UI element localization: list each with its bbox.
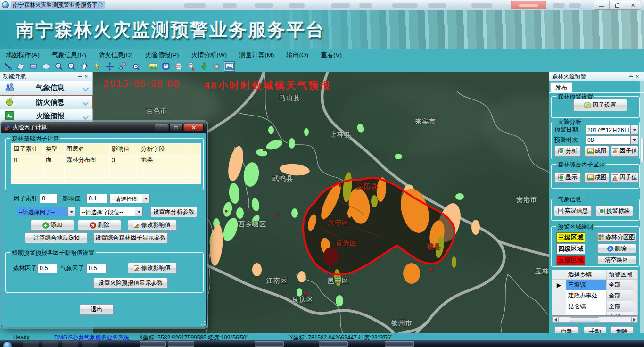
menu-item-火情分析(W)[interactable]: 火情分析(W) bbox=[191, 51, 227, 59]
titlebar-icon-blur[interactable] bbox=[569, 3, 581, 8]
cell-area-dropdown[interactable]: 全部 bbox=[607, 301, 633, 312]
titlebar-tab-blur[interactable] bbox=[471, 3, 492, 8]
titlebar-red-button[interactable] bbox=[511, 1, 546, 9]
table-row-partial[interactable]: 全部 bbox=[552, 312, 638, 316]
dialog-close-button[interactable]: ✕ bbox=[184, 124, 204, 131]
factor-values-button[interactable]: 因子值 bbox=[611, 146, 638, 157]
titlebar-tab-blur[interactable] bbox=[184, 3, 206, 8]
print-export-icon[interactable] bbox=[186, 62, 196, 71]
dialog-maximize-button[interactable]: □ bbox=[169, 124, 183, 131]
layer-select-combo[interactable]: --请选择图 bbox=[109, 194, 150, 203]
line-tool-icon[interactable] bbox=[3, 62, 13, 71]
table-vscroll[interactable] bbox=[633, 290, 638, 301]
township-table-hscrollbar[interactable] bbox=[552, 316, 638, 323]
display-params-button[interactable]: 设置综合森林因子显示参数 bbox=[93, 232, 168, 243]
make-map-button2[interactable]: 成图 bbox=[585, 172, 609, 183]
titlebar-tab-blur[interactable] bbox=[289, 3, 305, 8]
panel-vscrollbar[interactable] bbox=[640, 81, 644, 333]
taskbar-app[interactable] bbox=[255, 341, 284, 347]
warning-date-combo[interactable]: 2017年12月26日 bbox=[586, 125, 638, 134]
taskbar-icon[interactable] bbox=[82, 341, 98, 347]
menu-item-防火信息(D)[interactable]: 防火信息(D) bbox=[99, 51, 133, 59]
cell-area-dropdown[interactable]: 全部 bbox=[607, 290, 633, 301]
delete-button[interactable]: 删除 bbox=[78, 220, 121, 231]
menu-item-查看(V)[interactable]: 查看(V) bbox=[321, 51, 342, 59]
calc-grid-button[interactable]: 计算综合地质Grid bbox=[25, 232, 88, 243]
close-icon[interactable]: × bbox=[634, 73, 641, 80]
modify-impact-button2[interactable]: 修改影响值 bbox=[128, 263, 177, 273]
titlebar-tab-blur[interactable] bbox=[428, 3, 446, 8]
download-arrow-icon[interactable] bbox=[199, 62, 209, 71]
manual-button[interactable]: 手动 bbox=[584, 326, 606, 333]
zoom-window-icon[interactable] bbox=[130, 62, 140, 71]
area-params-button[interactable]: 设置面分析参数 bbox=[150, 207, 197, 217]
menu-item-气象信息(R)[interactable]: 气象信息(R) bbox=[52, 51, 86, 59]
titlebar-tab-blur[interactable] bbox=[223, 3, 237, 8]
rectangle-tool-icon[interactable] bbox=[28, 62, 38, 71]
impact-input[interactable]: 0.1 bbox=[86, 194, 107, 203]
menu-item-测量计算(M)[interactable]: 测量计算(M) bbox=[239, 51, 274, 59]
taskbar-app[interactable] bbox=[168, 341, 194, 347]
minimize-button[interactable]: — bbox=[594, 1, 610, 9]
factor-settings-button[interactable]: 因子设置 bbox=[573, 99, 627, 111]
full-extent-icon[interactable] bbox=[105, 62, 115, 71]
menu-item-输出(O)[interactable]: 输出(O) bbox=[286, 51, 308, 59]
nav-item-weather[interactable]: 气象信息 bbox=[0, 81, 93, 95]
exit-button[interactable]: 退出 bbox=[80, 304, 114, 315]
table-row[interactable]: 昆仑镇 全部 bbox=[552, 301, 638, 312]
close-button[interactable]: ✕ bbox=[625, 1, 641, 9]
pin-icon[interactable] bbox=[627, 73, 634, 80]
table-vscroll[interactable] bbox=[633, 312, 638, 316]
warning-time-combo[interactable]: 08 bbox=[586, 135, 638, 145]
select-arrow-icon[interactable] bbox=[92, 62, 102, 71]
taskbar-app[interactable] bbox=[140, 341, 166, 347]
fire-display-params-button[interactable]: 设置火险预报值显示参数 bbox=[93, 278, 168, 289]
resize-grip[interactable] bbox=[200, 321, 205, 325]
factor-table[interactable]: 因子索引 类型 图层名 影响值 分析字段 0面 森林分布图3 地类 bbox=[11, 143, 201, 184]
taskbar-icon[interactable] bbox=[23, 341, 39, 347]
cell-township[interactable]: 建政办事处 bbox=[566, 290, 607, 301]
delete-button[interactable]: 删除 bbox=[610, 326, 634, 333]
taskbar-app[interactable] bbox=[319, 341, 348, 347]
close-icon[interactable]: × bbox=[83, 73, 90, 80]
field-select-combo[interactable]: --请选择字段值-- bbox=[80, 207, 143, 216]
titlebar-tab-blur[interactable] bbox=[331, 3, 350, 8]
printer-icon[interactable] bbox=[173, 62, 183, 71]
layer-view-icon[interactable] bbox=[161, 62, 171, 71]
factor-select-combo[interactable]: --请选择因子-- bbox=[17, 207, 75, 216]
warning-plot-button[interactable]: 预警标绘 bbox=[595, 206, 633, 216]
delete-zone-button[interactable]: 删除 bbox=[597, 244, 636, 253]
scroll-thumb[interactable] bbox=[570, 317, 599, 322]
titlebar-tab-blur[interactable] bbox=[255, 3, 273, 8]
ellipse-tool-icon[interactable] bbox=[41, 62, 51, 71]
cell-township[interactable] bbox=[566, 312, 607, 316]
taskbar-icon[interactable] bbox=[42, 341, 58, 347]
nav-item-fire-prevention[interactable]: 防火信息 bbox=[0, 95, 93, 109]
dialog-minimize-button[interactable]: — bbox=[155, 124, 168, 131]
pin-icon[interactable] bbox=[76, 73, 83, 80]
dialog-titlebar[interactable]: 火险因子计算 — □ ✕ bbox=[1, 122, 206, 133]
titlebar-tab-blur[interactable] bbox=[359, 3, 372, 8]
forest-partition-button[interactable]: 森林分区图 bbox=[597, 232, 636, 242]
titlebar-tab-blur[interactable] bbox=[392, 3, 418, 8]
map-picture-icon[interactable] bbox=[148, 62, 158, 71]
menu-item-火险预报(P)[interactable]: 火险预报(P) bbox=[145, 51, 179, 59]
polygon-tool-icon[interactable] bbox=[16, 62, 25, 71]
zone-level5-chip[interactable]: 五级区域 bbox=[556, 255, 585, 265]
show-button[interactable]: 显示 bbox=[554, 172, 581, 183]
titlebar-icon-blur[interactable] bbox=[553, 3, 565, 8]
zoom-out-icon[interactable] bbox=[66, 62, 76, 71]
clear-drawing-button[interactable]: 清空绘区 bbox=[597, 255, 636, 264]
scroll-thumb[interactable] bbox=[641, 138, 644, 162]
make-map-button[interactable]: 成图 bbox=[585, 146, 609, 157]
scroll-left-arrow[interactable] bbox=[552, 317, 559, 322]
scroll-right-arrow[interactable] bbox=[631, 317, 638, 322]
factor-values-button2[interactable]: 因子值 bbox=[611, 172, 638, 183]
auto-button[interactable]: 自动 bbox=[554, 326, 579, 333]
modify-impact-button[interactable]: 修改影响值 bbox=[128, 220, 177, 231]
analyze-button[interactable]: 分析 bbox=[554, 146, 581, 157]
cell-township[interactable]: 三塘镇 bbox=[566, 280, 607, 290]
brush-tool-icon[interactable] bbox=[117, 62, 127, 71]
table-vscroll[interactable] bbox=[633, 280, 638, 290]
live-info-button[interactable]: 实况信息 bbox=[554, 206, 592, 216]
